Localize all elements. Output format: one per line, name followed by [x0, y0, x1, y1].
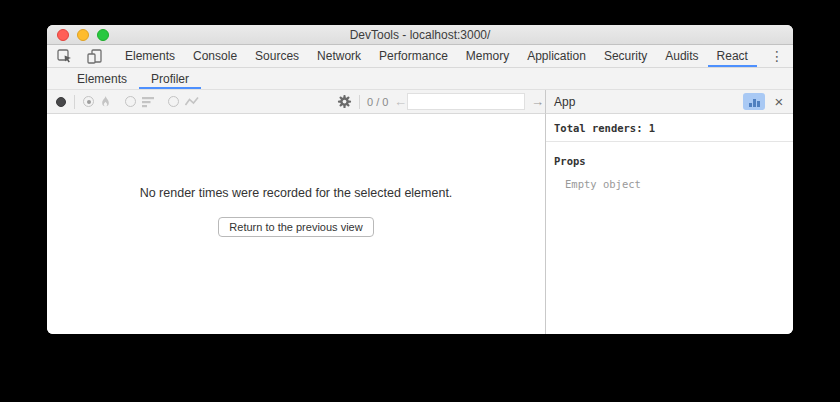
gear-icon — [337, 94, 352, 109]
ranked-chart-icon — [142, 96, 155, 108]
device-toolbar-icon — [87, 49, 103, 64]
inspect-element-button[interactable] — [47, 45, 80, 67]
flamegraph-radio[interactable] — [83, 96, 94, 107]
interactions-chart-icon — [185, 96, 199, 107]
close-panel-button[interactable]: × — [770, 93, 788, 111]
inspect-cursor-icon — [57, 49, 73, 64]
toolbar-separator — [359, 95, 360, 109]
tab-memory[interactable]: Memory — [457, 45, 518, 67]
window-title: DevTools - localhost:3000/ — [350, 28, 491, 42]
bar-chart-icon — [749, 99, 760, 107]
desktop-background: DevTools - localhost:3000/ — [0, 0, 840, 402]
overflow-menu-button[interactable]: ⋮ — [763, 45, 793, 67]
tab-sources[interactable]: Sources — [246, 45, 308, 67]
profiler-main-pane: No render times were recorded for the se… — [47, 114, 545, 334]
react-subtab-bar: Elements Profiler — [47, 68, 793, 90]
snapshot-filter-input[interactable] — [407, 93, 525, 110]
window-titlebar: DevTools - localhost:3000/ — [47, 25, 793, 45]
tab-react[interactable]: React — [708, 45, 757, 67]
close-window-button[interactable] — [57, 29, 69, 41]
subtab-elements[interactable]: Elements — [65, 68, 139, 89]
devtools-tab-bar: Elements Console Sources Network Perform… — [47, 45, 793, 68]
tab-elements[interactable]: Elements — [116, 45, 184, 67]
ranked-radio[interactable] — [125, 96, 136, 107]
interactions-radio[interactable] — [168, 96, 179, 107]
minimize-window-button[interactable] — [77, 29, 89, 41]
total-renders-label: Total renders: 1 — [546, 114, 793, 142]
profiler-content: No render times were recorded for the se… — [47, 114, 793, 334]
snapshot-counter: 0 / 0 — [367, 96, 388, 108]
tab-network[interactable]: Network — [308, 45, 370, 67]
tab-security[interactable]: Security — [595, 45, 656, 67]
selected-element-name: App — [554, 95, 743, 109]
element-details-pane: Total renders: 1 Props Empty object — [545, 114, 793, 334]
subtab-profiler[interactable]: Profiler — [139, 68, 201, 89]
selected-element-header: App × — [545, 90, 793, 114]
empty-state-message: No render times were recorded for the se… — [140, 186, 453, 200]
toolbar-separator — [74, 95, 75, 109]
tab-console[interactable]: Console — [184, 45, 246, 67]
record-button[interactable] — [56, 97, 66, 107]
previous-snapshot-button[interactable]: ← — [394, 94, 407, 109]
render-chart-toggle-button[interactable] — [743, 93, 765, 110]
devtools-window: DevTools - localhost:3000/ — [47, 25, 793, 334]
return-previous-view-button[interactable]: Return to the previous view — [218, 217, 373, 237]
props-heading: Props — [546, 142, 793, 167]
settings-button[interactable] — [337, 94, 352, 109]
next-snapshot-button[interactable]: → — [531, 94, 544, 109]
overflow-menu-icon: ⋮ — [770, 49, 784, 63]
flamegraph-icon — [99, 95, 112, 108]
close-icon: × — [775, 93, 784, 110]
tab-application[interactable]: Application — [518, 45, 595, 67]
tab-performance[interactable]: Performance — [370, 45, 457, 67]
profiler-toolbar-row: 0 / 0 ← → App — [47, 90, 793, 114]
device-toolbar-button[interactable] — [80, 45, 110, 67]
tab-audits[interactable]: Audits — [656, 45, 707, 67]
zoom-window-button[interactable] — [97, 29, 109, 41]
traffic-lights — [57, 25, 109, 44]
profiler-toolbar: 0 / 0 ← → — [47, 90, 545, 114]
props-value: Empty object — [546, 167, 793, 190]
